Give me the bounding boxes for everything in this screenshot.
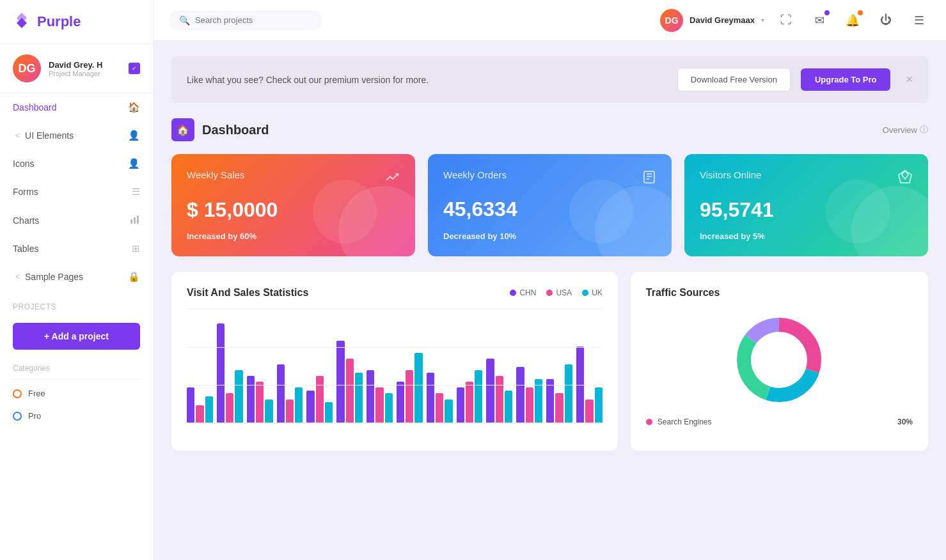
notification-icon[interactable]: 🔔 xyxy=(841,9,864,32)
mail-badge xyxy=(824,10,830,15)
close-icon[interactable]: × xyxy=(906,73,913,86)
user-details: David Grey. H Project Manager xyxy=(49,60,102,77)
bar xyxy=(555,393,563,423)
bar-chart-legend: CHN USA UK xyxy=(510,288,602,297)
sidebar-item-sample-pages[interactable]: < Sample Pages 🔒 xyxy=(0,263,153,291)
bar xyxy=(486,359,494,423)
stat-label-visitors: Visitors Online xyxy=(700,169,761,180)
search-icon: 🔍 xyxy=(179,15,190,26)
sidebar-nav: Dashboard 🏠 < UI Elements 👤 Icons 👤 Form… xyxy=(0,93,153,291)
overview-link[interactable]: Overview ⓘ xyxy=(883,124,928,136)
power-icon[interactable]: ⏻ xyxy=(874,9,897,32)
bar xyxy=(576,346,584,423)
bar xyxy=(187,387,194,423)
bar xyxy=(546,379,554,423)
topbar-username: David Greymaax xyxy=(690,15,755,25)
dashboard-icon: 🏠 xyxy=(171,118,194,141)
donut-chart-title: Traffic Sources xyxy=(646,287,720,299)
bar xyxy=(505,391,512,423)
charts-grid: Visit And Sales Statistics CHN USA UK xyxy=(171,272,928,451)
topbar-avatar: DG xyxy=(660,9,683,32)
search-input[interactable] xyxy=(195,15,312,25)
sidebar-logo: Purple xyxy=(0,0,153,44)
sidebar-item-forms[interactable]: Forms ☰ xyxy=(0,178,153,206)
bar xyxy=(535,379,542,423)
page-title: Dashboard xyxy=(202,123,269,137)
svg-rect-4 xyxy=(137,215,139,224)
search-container[interactable]: 🔍 xyxy=(169,11,322,30)
donut-chart-card: Traffic Sources xyxy=(631,272,928,451)
stat-card-visitors: Visitors Online 95,5741 Increased by 5% xyxy=(684,154,928,256)
bar xyxy=(367,370,374,423)
forms-icon: ☰ xyxy=(132,186,140,198)
category-free[interactable]: Free xyxy=(0,382,153,405)
add-project-button[interactable]: + Add a project xyxy=(13,323,140,350)
bar xyxy=(427,373,434,423)
logo-icon xyxy=(13,12,31,32)
bar xyxy=(475,370,482,423)
bar xyxy=(457,387,464,423)
bar xyxy=(217,323,225,423)
upgrade-pro-button[interactable]: Upgrade To Pro xyxy=(801,68,891,91)
sales-icon xyxy=(384,169,400,189)
bar-chart-area xyxy=(187,309,603,424)
dashboard-header: 🏠 Dashboard Overview ⓘ xyxy=(171,118,928,141)
bar xyxy=(256,382,264,423)
arrow-icon-2: < xyxy=(15,272,20,281)
bar xyxy=(496,376,503,423)
radio-pro xyxy=(13,412,22,421)
bar xyxy=(265,400,272,423)
banner-text: Like what you see? Check out our premium… xyxy=(187,75,667,85)
stat-change-orders: Decreased by 10% xyxy=(443,231,656,241)
mail-icon[interactable]: ✉ xyxy=(808,9,831,32)
download-free-button[interactable]: Download Free Version xyxy=(677,68,791,91)
sidebar-item-ui-elements[interactable]: < UI Elements 👤 xyxy=(0,121,153,150)
bar xyxy=(466,382,473,423)
user-profile: DG David Grey. H Project Manager ✓ xyxy=(0,44,153,93)
stat-change-visitors: Increased by 5% xyxy=(700,231,913,241)
sidebar-item-tables[interactable]: Tables ⊞ xyxy=(0,235,153,263)
fullscreen-icon[interactable]: ⛶ xyxy=(775,9,798,32)
category-pro[interactable]: Pro xyxy=(0,405,153,427)
bar-chart-title: Visit And Sales Statistics xyxy=(187,287,308,299)
lock-icon: 🔒 xyxy=(128,271,140,283)
bar-chart-card: Visit And Sales Statistics CHN USA UK xyxy=(171,272,618,451)
svg-rect-2 xyxy=(130,219,132,224)
bar xyxy=(306,391,314,423)
topbar: 🔍 DG David Greymaax ▾ ⛶ ✉ 🔔 ⏻ ☰ xyxy=(154,0,946,41)
categories-label: Categories xyxy=(0,357,153,377)
content-area: Like what you see? Check out our premium… xyxy=(154,41,946,560)
stats-grid: Weekly Sales $ 15,0000 Increased by 60% … xyxy=(171,154,928,256)
info-icon: ⓘ xyxy=(920,124,928,136)
home-icon: 🏠 xyxy=(128,102,140,113)
bar xyxy=(247,376,255,423)
sidebar-item-charts[interactable]: Charts xyxy=(0,206,153,235)
legend-dot-usa xyxy=(546,290,553,296)
diamond-icon xyxy=(897,169,913,189)
legend-search-engines: Search Engines 30% xyxy=(646,417,913,426)
stat-card-weekly-sales: Weekly Sales $ 15,0000 Increased by 60% xyxy=(171,154,415,256)
topbar-right: DG David Greymaax ▾ ⛶ ✉ 🔔 ⏻ ☰ xyxy=(660,9,931,32)
donut-chart-svg xyxy=(728,309,830,411)
bar xyxy=(196,405,203,423)
user-badge: ✓ xyxy=(129,63,140,74)
stat-change-sales: Increased by 60% xyxy=(187,231,400,241)
menu-icon[interactable]: ☰ xyxy=(908,9,931,32)
app-title: Purple xyxy=(37,13,81,30)
donut-legend: Search Engines 30% xyxy=(646,417,913,426)
bar xyxy=(445,400,452,423)
bar xyxy=(406,370,413,423)
bar xyxy=(346,359,354,423)
legend-dot-uk xyxy=(582,290,588,296)
bar xyxy=(205,396,213,423)
svg-marker-9 xyxy=(899,171,911,183)
topbar-user[interactable]: DG David Greymaax ▾ xyxy=(660,9,764,32)
notification-badge xyxy=(858,10,863,15)
sidebar-item-icons[interactable]: Icons 👤 xyxy=(0,150,153,178)
user-role: Project Manager xyxy=(49,70,102,77)
dot-search-engines xyxy=(646,419,652,425)
legend-chn: CHN xyxy=(510,288,536,297)
bar xyxy=(595,387,603,423)
bar xyxy=(325,402,333,423)
sidebar-item-dashboard[interactable]: Dashboard 🏠 xyxy=(0,93,153,121)
